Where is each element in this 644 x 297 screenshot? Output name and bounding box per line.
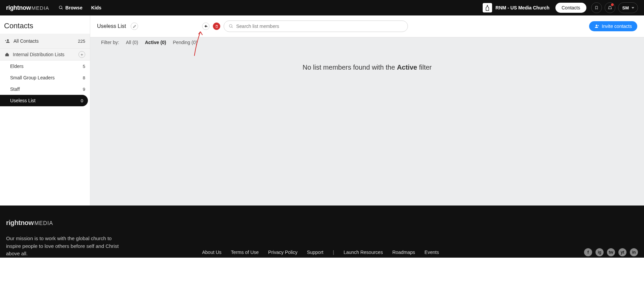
contacts-button[interactable]: Contacts <box>555 3 586 13</box>
sidebar-all-contacts[interactable]: All Contacts 225 <box>0 34 90 48</box>
home-icon <box>5 52 9 57</box>
nav-kids[interactable]: Kids <box>91 5 101 10</box>
nav-kids-label: Kids <box>91 5 101 10</box>
person-add-icon <box>5 38 10 44</box>
search-icon <box>229 24 233 29</box>
sidebar-all-contacts-count: 225 <box>78 39 85 44</box>
brand-logo[interactable]: rightnow MEDIA <box>6 4 49 11</box>
sidebar-list-staff[interactable]: Staff 9 <box>0 83 90 95</box>
svg-point-5 <box>595 25 597 26</box>
footer-links: About Us Terms of Use Privacy Policy Sup… <box>202 250 439 255</box>
empty-suffix: filter <box>417 64 431 71</box>
search-input[interactable] <box>236 24 403 29</box>
footer-link-launch[interactable]: Launch Resources <box>344 250 383 255</box>
filter-pending[interactable]: Pending (0) <box>173 40 197 45</box>
search-list-members[interactable] <box>224 21 408 32</box>
footer-mission: Our mission is to work with the global c… <box>6 235 127 258</box>
user-initials: SM <box>622 5 629 10</box>
list-item-count: 5 <box>83 64 85 69</box>
filter-active[interactable]: Active (0) <box>145 40 166 45</box>
svg-line-4 <box>232 27 233 28</box>
svg-point-3 <box>229 25 232 27</box>
linkedin-icon[interactable]: in <box>630 248 638 256</box>
svg-point-0 <box>59 6 62 9</box>
footer: rightnow MEDIA Our mission is to work wi… <box>0 206 644 258</box>
list-toolbar: Useless List Invite contacts <box>90 15 644 37</box>
main-panel: Useless List Invite contacts <box>90 15 644 206</box>
church-icon <box>484 4 491 11</box>
plus-icon: + <box>80 52 83 57</box>
body-area: Contacts All Contacts 225 Internal Distr… <box>0 15 644 206</box>
footer-link-terms[interactable]: Terms of Use <box>231 250 259 255</box>
list-item-count: 0 <box>81 98 83 103</box>
empty-strong: Active <box>397 64 417 71</box>
brand-light: MEDIA <box>32 5 50 11</box>
footer-logo[interactable]: rightnow MEDIA <box>6 219 638 227</box>
edit-list-button[interactable] <box>131 23 138 30</box>
filter-label: Filter by: <box>101 40 119 45</box>
brand-light: MEDIA <box>34 220 53 226</box>
twitter-icon[interactable]: tw <box>607 248 615 256</box>
footer-social: f ig tw yt in <box>584 248 638 256</box>
bookmark-icon <box>594 5 599 10</box>
sidebar-list-useless-list[interactable]: Useless List 0 <box>0 95 88 106</box>
svg-line-1 <box>62 8 63 9</box>
sidebar-section-header: Internal Distribution Lists + <box>0 48 90 61</box>
chevron-down-icon <box>632 7 634 9</box>
list-title: Useless List <box>97 23 126 29</box>
footer-link-support[interactable]: Support <box>307 250 323 255</box>
nav-browse[interactable]: Browse <box>59 5 83 10</box>
list-item-count: 9 <box>83 87 85 92</box>
sidebar-list-small-group-leaders[interactable]: Small Group Leaders 8 <box>0 72 90 83</box>
list-item-label: Elders <box>10 64 24 69</box>
footer-link-events[interactable]: Events <box>424 250 439 255</box>
facebook-icon[interactable]: f <box>584 248 592 256</box>
brand-bold: rightnow <box>6 4 31 11</box>
invite-label: Invite contacts <box>602 24 632 29</box>
notifications-button[interactable] <box>605 2 615 13</box>
youtube-icon[interactable]: yt <box>618 248 626 256</box>
page-title: Contacts <box>0 15 90 34</box>
bookmark-button[interactable] <box>591 2 602 13</box>
share-icon <box>204 24 208 28</box>
footer-link-about[interactable]: About Us <box>202 250 222 255</box>
user-menu[interactable]: SM <box>618 2 638 13</box>
notification-dot <box>611 3 614 6</box>
svg-point-2 <box>7 39 9 41</box>
org-logo[interactable] <box>483 3 492 12</box>
brand-bold: rightnow <box>6 219 34 227</box>
app-header: rightnow MEDIA Browse Kids RNM - US Medi… <box>0 0 644 15</box>
delete-list-button[interactable] <box>213 23 220 30</box>
share-list-button[interactable] <box>202 23 210 30</box>
footer-link-roadmaps[interactable]: Roadmaps <box>392 250 415 255</box>
list-item-label: Small Group Leaders <box>10 75 55 80</box>
filter-all[interactable]: All (0) <box>126 40 138 45</box>
list-item-label: Staff <box>10 86 20 92</box>
add-list-button[interactable]: + <box>78 51 85 58</box>
bell-icon <box>608 5 612 10</box>
filter-bar: Filter by: All (0) Active (0) Pending (0… <box>90 37 644 47</box>
list-item-label: Useless List <box>10 98 35 103</box>
footer-link-privacy[interactable]: Privacy Policy <box>268 250 297 255</box>
search-icon <box>59 5 63 10</box>
footer-separator: | <box>333 250 334 255</box>
org-name: RNM - US Media Church <box>495 5 549 10</box>
content-area: Filter by: All (0) Active (0) Pending (0… <box>90 37 644 206</box>
sidebar: Contacts All Contacts 225 Internal Distr… <box>0 15 90 206</box>
invite-contacts-button[interactable]: Invite contacts <box>589 21 638 31</box>
list-item-count: 8 <box>83 75 85 80</box>
trash-icon <box>215 25 219 28</box>
person-add-icon <box>594 24 599 29</box>
nav-browse-label: Browse <box>65 5 83 10</box>
pencil-icon <box>133 25 136 28</box>
instagram-icon[interactable]: ig <box>595 248 604 256</box>
sidebar-section-label: Internal Distribution Lists <box>13 52 64 57</box>
empty-prefix: No list members found with the <box>302 64 397 71</box>
sidebar-list-elders[interactable]: Elders 5 <box>0 61 90 72</box>
empty-state-message: No list members found with the Active fi… <box>90 64 644 71</box>
sidebar-all-contacts-label: All Contacts <box>13 38 39 44</box>
